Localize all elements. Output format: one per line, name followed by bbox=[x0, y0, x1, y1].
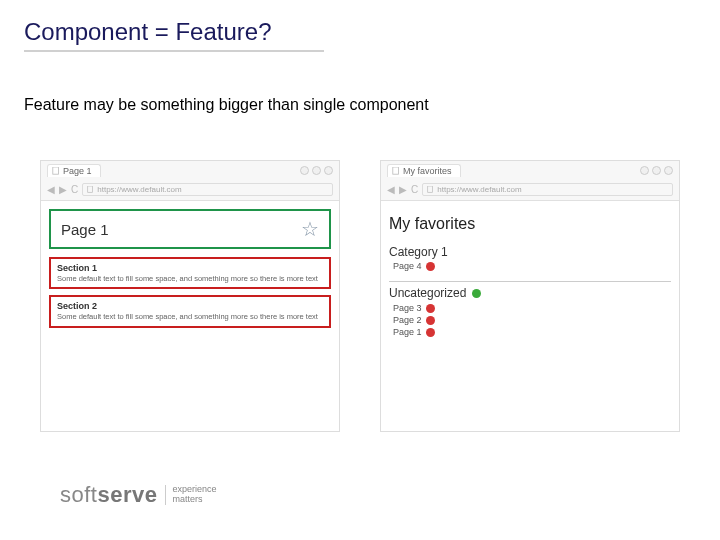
svg-rect-3 bbox=[428, 186, 433, 192]
uncategorized-header: Uncategorized bbox=[389, 286, 671, 300]
favorite-item-label: Page 4 bbox=[393, 261, 422, 271]
url-input[interactable]: https://www.default.com bbox=[422, 183, 673, 196]
file-icon bbox=[52, 167, 60, 175]
window-min-icon[interactable] bbox=[640, 166, 649, 175]
url-text: https://www.default.com bbox=[97, 185, 181, 194]
favorite-star-icon[interactable]: ☆ bbox=[301, 217, 319, 241]
browser-left: Page 1 ◀ ▶ C https://www.default.com bbox=[40, 160, 340, 432]
browser-chrome: Page 1 ◀ ▶ C https://www.default.com bbox=[41, 161, 339, 201]
tab-label: Page 1 bbox=[63, 166, 92, 176]
tab-favorites[interactable]: My favorites bbox=[387, 164, 461, 177]
window-max-icon[interactable] bbox=[652, 166, 661, 175]
section-body: Some default text to fill some space, an… bbox=[57, 312, 323, 321]
browser-right: My favorites ◀ ▶ C https://www.default.c… bbox=[380, 160, 680, 432]
svg-rect-2 bbox=[393, 167, 399, 174]
favorite-item[interactable]: Page 1 bbox=[393, 327, 671, 337]
page-title: Page 1 bbox=[61, 221, 109, 238]
tab-page1[interactable]: Page 1 bbox=[47, 164, 101, 177]
favorites-title: My favorites bbox=[389, 215, 671, 233]
slide-subtitle: Feature may be something bigger than sin… bbox=[24, 96, 429, 114]
brand-text: softserve bbox=[60, 482, 157, 508]
softserve-logo: softserve experiencematters bbox=[60, 482, 217, 508]
favorite-item[interactable]: Page 2 bbox=[393, 315, 671, 325]
slide-title: Component = Feature? bbox=[24, 18, 324, 52]
remove-icon[interactable] bbox=[426, 262, 435, 271]
page-icon bbox=[427, 186, 434, 193]
forward-icon[interactable]: ▶ bbox=[59, 184, 67, 195]
file-icon bbox=[392, 167, 400, 175]
window-min-icon[interactable] bbox=[300, 166, 309, 175]
divider bbox=[389, 281, 671, 282]
url-input[interactable]: https://www.default.com bbox=[82, 183, 333, 196]
favorite-item[interactable]: Page 4 bbox=[393, 261, 671, 271]
back-icon[interactable]: ◀ bbox=[47, 184, 55, 195]
favorite-item-label: Page 1 bbox=[393, 327, 422, 337]
svg-rect-1 bbox=[88, 186, 93, 192]
window-controls bbox=[300, 166, 333, 175]
remove-icon[interactable] bbox=[426, 328, 435, 337]
browser-chrome: My favorites ◀ ▶ C https://www.default.c… bbox=[381, 161, 679, 201]
favorite-item[interactable]: Page 3 bbox=[393, 303, 671, 313]
uncategorized-title: Uncategorized bbox=[389, 286, 466, 300]
back-icon[interactable]: ◀ bbox=[387, 184, 395, 195]
favorite-item-label: Page 3 bbox=[393, 303, 422, 313]
category-title: Category 1 bbox=[389, 245, 671, 259]
reload-icon[interactable]: C bbox=[71, 184, 78, 195]
favorite-item-label: Page 2 bbox=[393, 315, 422, 325]
forward-icon[interactable]: ▶ bbox=[399, 184, 407, 195]
add-icon[interactable] bbox=[472, 289, 481, 298]
section-card: Section 1 Some default text to fill some… bbox=[49, 257, 331, 289]
mockups-row: Page 1 ◀ ▶ C https://www.default.com bbox=[40, 160, 680, 432]
section-card: Section 2 Some default text to fill some… bbox=[49, 295, 331, 327]
section-body: Some default text to fill some space, an… bbox=[57, 274, 323, 283]
window-close-icon[interactable] bbox=[324, 166, 333, 175]
reload-icon[interactable]: C bbox=[411, 184, 418, 195]
window-max-icon[interactable] bbox=[312, 166, 321, 175]
remove-icon[interactable] bbox=[426, 316, 435, 325]
section-title: Section 2 bbox=[57, 301, 323, 311]
remove-icon[interactable] bbox=[426, 304, 435, 313]
window-controls bbox=[640, 166, 673, 175]
section-title: Section 1 bbox=[57, 263, 323, 273]
url-text: https://www.default.com bbox=[437, 185, 521, 194]
window-close-icon[interactable] bbox=[664, 166, 673, 175]
brand-tagline: experiencematters bbox=[165, 485, 216, 505]
tab-label: My favorites bbox=[403, 166, 452, 176]
page-header-card: Page 1 ☆ bbox=[49, 209, 331, 249]
page-body-left: Page 1 ☆ Section 1 Some default text to … bbox=[41, 201, 339, 431]
page-icon bbox=[87, 186, 94, 193]
page-body-right: My favorites Category 1 Page 4 Uncategor… bbox=[381, 201, 679, 431]
svg-rect-0 bbox=[53, 167, 59, 174]
